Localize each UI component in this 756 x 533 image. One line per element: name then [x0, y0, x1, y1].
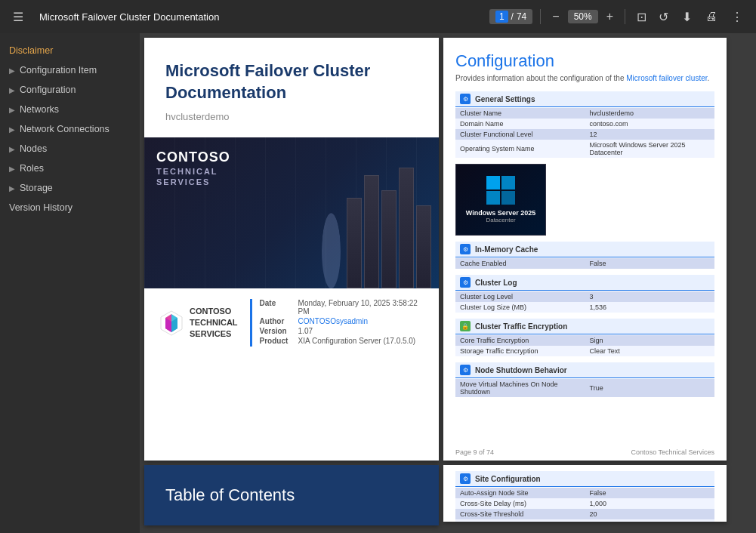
- in-memory-cache-title: In-Memory Cache: [475, 245, 538, 254]
- sidebar-item-label: Configuration: [20, 85, 76, 95]
- meta-version: Version 1.07: [260, 327, 424, 335]
- zoom-out-button[interactable]: −: [548, 8, 563, 25]
- history-button[interactable]: ↺: [655, 8, 672, 26]
- chevron-icon: ▶: [9, 106, 15, 114]
- cover-metadata: Date Monday, February 10, 2025 3:58:22 P…: [250, 299, 424, 347]
- table-row: Cluster Namehvclusterdemo: [455, 108, 714, 119]
- cluster-log-title: Cluster Log: [475, 279, 517, 287]
- sidebar-item-label: Roles: [20, 163, 44, 174]
- total-pages: 74: [517, 11, 526, 22]
- logo-svg: [159, 310, 184, 337]
- windows-server-image: Windows Server 2025 Datacenter: [455, 164, 546, 236]
- cluster-log-table: Cluster Log Level3 Cluster Log Size (MB)…: [455, 291, 714, 313]
- cover-banner: CONTOSO TECHNICAL SERVICES: [156, 149, 230, 186]
- chevron-icon: ▶: [9, 125, 15, 134]
- current-page[interactable]: 1: [495, 11, 508, 23]
- sidebar-item-disclaimer[interactable]: Disclaimer: [0, 41, 140, 60]
- sidebar-item-storage[interactable]: ▶ Storage: [0, 178, 140, 198]
- meta-date: Date Monday, February 10, 2025 3:58:22 P…: [260, 299, 424, 316]
- toolbar-right: ⬇ 🖨 ⋮: [678, 8, 747, 26]
- pagination-controls: 1 / 74 − 50% + ⊡ ↺: [489, 8, 672, 26]
- table-row: Cache EnabledFalse: [455, 258, 714, 269]
- pdf-page-cover: Microsoft Failover Cluster Documentation…: [144, 38, 439, 461]
- download-button[interactable]: ⬇: [678, 8, 696, 26]
- config-heading: Configuration: [455, 51, 714, 71]
- rack-1: [347, 198, 362, 288]
- contoso-logo: CONTOSO TECHNICAL SERVICES: [159, 306, 238, 340]
- chevron-icon: ▶: [9, 86, 15, 94]
- general-settings-icon: ⚙: [460, 94, 471, 104]
- cluster-traffic-table: Core Traffic EncryptionSign Storage Traf…: [455, 335, 714, 356]
- section-in-memory-cache: ⚙ In-Memory Cache: [455, 242, 714, 257]
- sidebar-item-nodes[interactable]: ▶ Nodes: [0, 139, 140, 159]
- sidebar-item-roles[interactable]: ▶ Roles: [0, 159, 140, 178]
- chevron-icon: ▶: [9, 165, 15, 173]
- meta-product: Product XIA Configuration Server (17.0.5…: [260, 337, 424, 345]
- chevron-icon: ▶: [9, 66, 15, 75]
- table-row: Cluster Log Size (MB)1,536: [455, 302, 714, 313]
- menu-button[interactable]: ☰: [9, 8, 27, 26]
- site-config-icon: ⚙: [460, 473, 471, 484]
- general-settings-title: General Settings: [475, 95, 535, 103]
- config-content: Configuration Provides information about…: [443, 38, 727, 417]
- table-row: Operating System NameMicrosoft Windows S…: [455, 140, 714, 158]
- sidebar-item-network-connections[interactable]: ▶ Network Connections: [0, 119, 140, 139]
- config-description: Provides information about the configura…: [455, 74, 714, 82]
- divider: [540, 9, 541, 24]
- table-row: Cross-Site Delay (ms)1,000: [455, 498, 714, 509]
- server-racks-decoration: [347, 168, 431, 288]
- sidebar-item-configuration-item[interactable]: ▶ Configuration Item: [0, 60, 140, 80]
- toc-title: Table of Contents: [144, 470, 316, 520]
- cover-cluster-name: hvclusterdemo: [165, 111, 418, 122]
- sidebar-item-networks[interactable]: ▶ Networks: [0, 100, 140, 119]
- chevron-icon: ▶: [9, 145, 15, 153]
- pdf-page-configuration: Configuration Provides information about…: [443, 38, 727, 461]
- rack-2: [364, 175, 379, 288]
- table-row: Core Traffic EncryptionSign: [455, 335, 714, 346]
- right-page-column: Configuration Provides information about…: [443, 38, 727, 528]
- page-separator: /: [511, 11, 514, 22]
- page-footer: Page 9 of 74 Contoso Technical Services: [443, 448, 727, 456]
- meta-author: Author CONTOSOsysadmin: [260, 317, 424, 325]
- sidebar-item-label: Configuration Item: [20, 65, 97, 75]
- sidebar-item-label: Disclaimer: [9, 45, 53, 56]
- table-row: Preferred Site: [455, 519, 714, 522]
- cover-image: CONTOSO TECHNICAL SERVICES: [144, 137, 439, 288]
- logo-text: CONTOSO TECHNICAL SERVICES: [190, 306, 238, 340]
- config-desc-link[interactable]: Microsoft failover cluster: [626, 74, 707, 82]
- table-row: Cross-Site Threshold20: [455, 509, 714, 519]
- table-row: Cluster Functional Level12: [455, 129, 714, 140]
- section-cluster-log: ⚙ Cluster Log: [455, 275, 714, 291]
- more-options-button[interactable]: ⋮: [727, 8, 747, 26]
- table-row: Domain Namecontoso.com: [455, 119, 714, 129]
- sidebar-item-label: Nodes: [20, 143, 47, 154]
- page-indicator: 1 / 74: [489, 9, 532, 24]
- table-row: Cluster Log Level3: [455, 291, 714, 302]
- section-cluster-traffic: 🔒 Cluster Traffic Encryption: [455, 319, 714, 334]
- rack-5: [416, 205, 431, 288]
- rack-4: [399, 168, 414, 288]
- footer-company: Contoso Technical Services: [631, 448, 714, 456]
- sidebar-item-label: Version History: [9, 202, 73, 213]
- sidebar-item-configuration[interactable]: ▶ Configuration: [0, 80, 140, 100]
- win-tile-3: [486, 191, 500, 205]
- table-row: Storage Traffic EncryptionClear Text: [455, 346, 714, 356]
- cluster-log-icon: ⚙: [460, 277, 471, 288]
- rack-3: [381, 190, 397, 288]
- main-area: Disclaimer ▶ Configuration Item ▶ Config…: [0, 33, 756, 533]
- fit-page-button[interactable]: ⊡: [633, 8, 650, 26]
- site-config-content: ⚙ Site Configuration Auto-Assign Node Si…: [443, 465, 727, 522]
- print-button[interactable]: 🖨: [702, 8, 721, 26]
- sidebar: Disclaimer ▶ Configuration Item ▶ Config…: [0, 33, 140, 533]
- sidebar-item-version-history[interactable]: Version History: [0, 198, 140, 217]
- in-memory-cache-icon: ⚙: [460, 244, 471, 254]
- zoom-in-button[interactable]: +: [603, 8, 617, 25]
- pdf-page-toc: Table of Contents: [144, 465, 439, 525]
- pdf-viewer[interactable]: Microsoft Failover Cluster Documentation…: [140, 33, 756, 533]
- win-server-sub: Datacenter: [486, 217, 515, 223]
- sidebar-item-label: Network Connections: [20, 124, 110, 134]
- cover-title: Microsoft Failover Cluster Documentation: [165, 60, 418, 103]
- pdf-page-site-config: ⚙ Site Configuration Auto-Assign Node Si…: [443, 465, 727, 522]
- banner-sub2: SERVICES: [156, 177, 230, 186]
- zoom-level: 50%: [568, 10, 598, 23]
